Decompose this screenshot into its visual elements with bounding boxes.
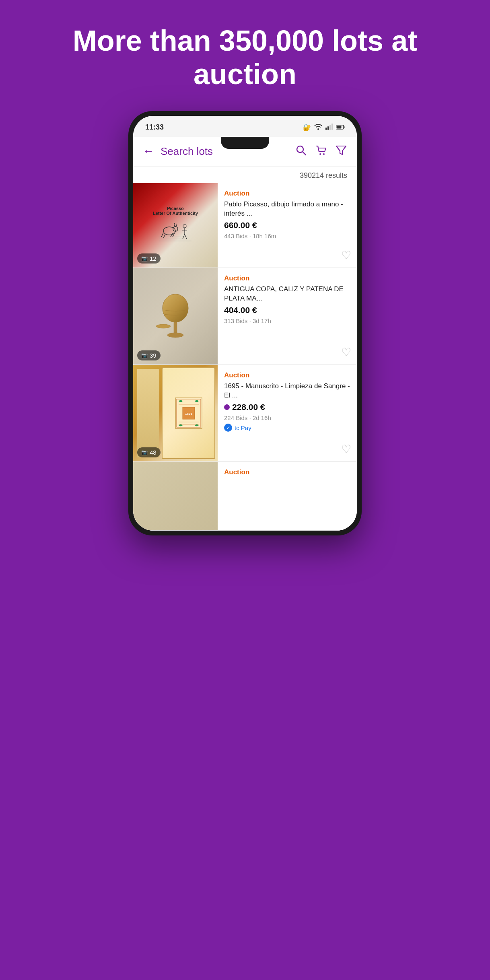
photo-count-2: 📷 39 <box>137 350 161 360</box>
camera-icon-3: 📷 <box>141 449 148 455</box>
svg-line-25 <box>185 234 187 239</box>
list-item[interactable]: 📷 39 Auction ANTIGUA COPA, CALIZ Y PATEN… <box>133 268 357 365</box>
svg-line-8 <box>303 152 306 155</box>
list-item[interactable]: PicassoLetter Of Authenticity <box>133 183 357 268</box>
svg-rect-6 <box>344 126 345 128</box>
photo-count-1: 📷 12 <box>137 253 161 264</box>
item-title-1: Pablo Picasso, dibujo firmado a mano -in… <box>224 200 350 218</box>
cart-icon[interactable] <box>315 144 327 159</box>
svg-text:1695: 1695 <box>185 412 192 416</box>
item-price-1: 660.00 € <box>224 220 350 230</box>
item-bids-1: 443 Bids · 18h 16m <box>224 233 350 239</box>
camera-icon-2: 📷 <box>141 352 148 358</box>
notch <box>221 137 269 149</box>
svg-rect-0 <box>325 128 327 130</box>
results-count: 390214 results <box>133 167 357 183</box>
item-image: PicassoLetter Of Authenticity <box>133 183 218 268</box>
status-time: 11:33 <box>145 123 164 132</box>
wifi-icon <box>314 124 322 132</box>
svg-point-9 <box>319 153 321 155</box>
item-title-2: ANTIGUA COPA, CALIZ Y PATENA DE PLATA MA… <box>224 285 350 303</box>
svg-point-10 <box>323 153 325 155</box>
svg-point-28 <box>167 333 183 338</box>
price-dot-3 <box>224 404 230 410</box>
phone-frame: 11:33 🔐 <box>128 111 362 535</box>
svg-rect-1 <box>327 126 329 130</box>
auction-label-1: Auction <box>224 189 350 198</box>
item-image: 1695 📷 48 <box>133 365 218 461</box>
tc-pay-badge: ✓ tc Pay <box>224 424 350 432</box>
auction-label-2: Auction <box>224 274 350 282</box>
battery-icon <box>336 124 345 131</box>
list-item[interactable]: Auction <box>133 462 357 531</box>
item-image: 📷 39 <box>133 268 218 364</box>
item-image <box>133 462 218 530</box>
svg-point-26 <box>163 294 188 322</box>
tc-pay-icon: ✓ <box>224 424 232 432</box>
svg-point-21 <box>183 224 186 228</box>
svg-rect-2 <box>329 125 331 130</box>
item-bids-3: 224 Bids · 2d 16h <box>224 414 350 421</box>
svg-line-18 <box>163 234 165 238</box>
svg-line-17 <box>161 233 163 237</box>
filter-icon[interactable] <box>335 144 347 159</box>
camera-icon-1: 📷 <box>141 255 148 261</box>
hero-text: More than 350,000 lots at auction <box>0 0 490 111</box>
svg-marker-11 <box>336 146 346 154</box>
heart-button-1[interactable]: ♡ <box>341 249 351 262</box>
back-button[interactable]: ← <box>143 145 154 158</box>
photo-count-3: 📷 48 <box>137 447 161 457</box>
key-icon: 🔐 <box>303 124 311 131</box>
item-bids-2: 313 Bids · 3d 17h <box>224 317 350 324</box>
item-price-3: 228.00 € <box>224 402 350 412</box>
svg-point-29 <box>156 324 171 328</box>
item-price-2: 404.00 € <box>224 305 350 315</box>
list-item[interactable]: 1695 📷 48 Auction <box>133 365 357 462</box>
heart-button-3[interactable]: ♡ <box>341 443 351 456</box>
signal-icon <box>325 124 333 132</box>
svg-rect-5 <box>337 126 342 128</box>
item-title-3: 1695 - Manuscrito - Limpieza de Sangre -… <box>224 382 350 400</box>
auction-label-3: Auction <box>224 371 350 379</box>
status-bar: 11:33 🔐 <box>133 116 357 137</box>
heart-button-2[interactable]: ♡ <box>341 346 351 359</box>
auction-label-4: Auction <box>224 468 350 476</box>
svg-line-24 <box>183 234 185 239</box>
search-icon[interactable] <box>295 144 307 159</box>
svg-rect-27 <box>174 322 177 334</box>
svg-rect-3 <box>331 124 333 130</box>
